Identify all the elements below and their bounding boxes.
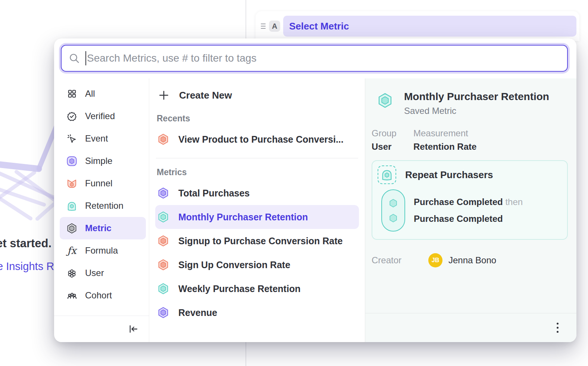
- metric-item-total-purchases[interactable]: Total Purchases: [155, 181, 359, 205]
- drag-handle-icon[interactable]: [259, 24, 267, 29]
- text-caret: [85, 51, 86, 65]
- sidebar-footer: [54, 316, 149, 342]
- retention-definition-icon-box: [378, 165, 396, 184]
- detail-title: Monthly Purchaser Retention: [404, 91, 549, 103]
- teal-metric-hexagon-icon-large: [377, 92, 393, 109]
- search-input[interactable]: [87, 52, 560, 64]
- measurement-value: Retention Rate: [413, 142, 476, 152]
- sidebar-item-event[interactable]: Event: [54, 127, 149, 150]
- definition-name: Repeat Purchasers: [405, 169, 493, 181]
- verified-badge-icon: [66, 111, 77, 122]
- user-cluster-icon: [66, 268, 77, 279]
- sidebar-item-retention[interactable]: Retention: [54, 195, 149, 217]
- metric-detail-panel: Monthly Purchaser Retention Saved Metric…: [365, 78, 576, 342]
- avatar: JB: [428, 253, 442, 267]
- metric-list-panel: Create New Recents View Product to Purch…: [149, 78, 365, 342]
- purple-metric-hexagon-icon: [157, 306, 169, 319]
- metric-query-bar: A Select Metric: [256, 11, 579, 41]
- group-value: User: [372, 142, 405, 152]
- background-link-partial[interactable]: e Insights Re: [0, 260, 60, 273]
- recents-section-label: Recents: [157, 114, 359, 124]
- search-bar[interactable]: [61, 45, 568, 72]
- metric-item-signup-to-purchase-conversion-rate[interactable]: Signup to Purchase Conversion Rate: [155, 229, 359, 253]
- orange-metric-hexagon-icon: [157, 234, 169, 248]
- sidebar-item-formula[interactable]: ƒx Formula: [54, 239, 149, 262]
- background-heading-partial: et started.: [0, 237, 51, 250]
- formula-fx-icon: ƒx: [66, 245, 77, 256]
- sidebar-item-metric[interactable]: Metric: [60, 217, 146, 239]
- create-new-button[interactable]: Create New: [156, 86, 359, 105]
- select-metric-label: Select Metric: [289, 21, 349, 32]
- funnel-metric-hexagon-icon: [157, 133, 169, 146]
- retention-arch-icon: [381, 168, 393, 181]
- group-label: Group: [372, 128, 405, 139]
- purple-metric-hexagon-icon: [157, 186, 169, 200]
- plus-icon: [158, 90, 169, 101]
- metric-item-sign-up-conversion-rate[interactable]: Sign Up Conversion Rate: [155, 253, 359, 277]
- event-hexagon-icon: [388, 213, 398, 224]
- sidebar-item-simple[interactable]: Simple: [54, 150, 149, 172]
- definition-card: Repeat Purchasers Purchase Completed: [372, 160, 568, 240]
- then-connector: then: [505, 197, 523, 207]
- detail-subtitle: Saved Metric: [404, 106, 549, 116]
- metric-hexagon-icon: [66, 223, 77, 234]
- metric-item-weekly-purchase-retention[interactable]: Weekly Purchase Retention: [155, 277, 359, 301]
- event-sequence-capsule: [381, 189, 405, 232]
- funnel-hexagon-icon: [66, 178, 77, 189]
- sidebar-item-funnel[interactable]: Funnel: [54, 172, 149, 195]
- select-metric-button[interactable]: Select Metric: [283, 16, 576, 37]
- measurement-label: Measurement: [413, 128, 476, 139]
- cohort-people-icon: [66, 290, 77, 301]
- more-options-button[interactable]: [554, 320, 561, 335]
- event-cursor-icon: [66, 133, 77, 144]
- creator-row: Creator JB Jenna Bono: [372, 253, 568, 267]
- metric-item-monthly-purchaser-retention[interactable]: Monthly Purchaser Retention: [155, 205, 359, 229]
- detail-meta: Group User Measurement Retention Rate: [372, 128, 568, 152]
- teal-metric-hexagon-icon: [157, 210, 169, 224]
- query-letter-badge: A: [269, 21, 280, 32]
- metrics-section-label: Metrics: [157, 167, 359, 177]
- creator-name: Jenna Bono: [448, 255, 496, 266]
- teal-metric-hexagon-icon: [157, 282, 169, 295]
- simple-hexagon-icon: [66, 156, 77, 167]
- grid-icon: [66, 89, 77, 99]
- recent-item-view-product-to-purchase[interactable]: View Product to Purchase Conversi...: [155, 127, 359, 151]
- sidebar-item-verified[interactable]: Verified: [54, 105, 149, 127]
- creator-label: Creator: [372, 255, 428, 266]
- sidebar-item-all[interactable]: All: [54, 83, 149, 105]
- sidebar-item-cohort[interactable]: Cohort: [54, 284, 149, 307]
- metric-item-revenue[interactable]: Revenue: [155, 301, 359, 325]
- definition-step-1: Purchase Completed then: [414, 197, 523, 207]
- metric-picker-modal: All Verified: [54, 38, 576, 342]
- collapse-left-icon[interactable]: [128, 324, 138, 334]
- detail-footer: [365, 313, 576, 342]
- sidebar-item-user[interactable]: User: [54, 262, 149, 284]
- filter-sidebar: All Verified: [54, 78, 149, 342]
- list-divider: [156, 158, 358, 158]
- orange-metric-hexagon-icon: [157, 258, 169, 272]
- event-hexagon-icon: [388, 198, 398, 209]
- search-icon: [68, 52, 80, 64]
- definition-step-2: Purchase Completed: [414, 214, 523, 224]
- retention-arch-icon: [66, 201, 77, 211]
